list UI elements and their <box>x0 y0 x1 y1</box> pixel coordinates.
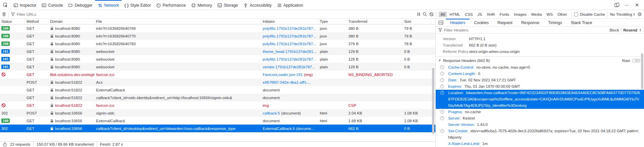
table-row[interactable]: 200GETlocalhost:8080info?t=1635826640769… <box>0 24 435 32</box>
help-icon[interactable]: ? <box>440 116 444 120</box>
column-header-status[interactable]: Status <box>0 19 25 24</box>
header-entry[interactable]: Server-Version: 1.43.0 <box>436 122 644 128</box>
block-requests-icon[interactable] <box>429 12 434 16</box>
help-icon[interactable]: ? <box>440 110 444 114</box>
close-devtools-button[interactable]: ✕ <box>633 1 641 9</box>
initiator-link[interactable]: callback:5 <box>263 111 280 115</box>
header-entry[interactable]: ?Cache-Control: no-store, no-cache, max-… <box>436 64 644 71</box>
table-row[interactable]: 101GETlocalhost:8080websocketpolyfills.1… <box>0 55 435 63</box>
filter-pill-images[interactable]: Images <box>512 12 529 17</box>
header-entry[interactable]: ?Location: bitwarden://sso-callback?code… <box>436 90 644 109</box>
header-entry[interactable]: ?Set-Cookie: idsrv=adf6cba1-7075-402b-9e… <box>436 128 644 141</box>
table-row[interactable]: 302GETlocalhost:33656callback?client_id=… <box>0 125 435 132</box>
filter-headers-input[interactable]: Filter Headers <box>444 28 607 32</box>
details-tab-stack-trace[interactable]: Stack Trace <box>566 19 596 26</box>
column-header-domain[interactable]: Domain <box>49 19 95 24</box>
table-row[interactable]: 200GETlocalhost:8080info?t=1635826640770… <box>0 32 435 40</box>
initiator-link[interactable]: polyfills.1791b137de281b787... <box>263 57 316 61</box>
filter-pill-css[interactable]: CSS <box>463 12 475 17</box>
table-row[interactable]: 200GETlocalhost:8080info?t=1635826640783… <box>0 40 435 48</box>
table-row[interactable]: GETlocalhost:51822callback?client_id=oid… <box>0 94 435 101</box>
column-header-size[interactable]: Size <box>403 19 431 24</box>
table-row[interactable]: 200GETlocalhost:33656ExternalCallbackdoc… <box>0 117 435 125</box>
help-icon[interactable]: ? <box>440 91 444 95</box>
table-row[interactable]: GETlocalhost:51822ExternalCallbackdocume… <box>0 86 435 94</box>
initiator-link[interactable]: polyfills.1791b137de281b787... <box>263 34 316 38</box>
tab-performance[interactable]: Performance <box>154 0 188 10</box>
filter-pill-html[interactable]: HTML <box>447 12 462 17</box>
initiator-link[interactable]: polyfills.1791b137de281b787... <box>263 42 316 46</box>
tab-accessibility[interactable]: Accessibility <box>241 0 274 10</box>
tab-application[interactable]: Application <box>274 0 306 10</box>
initiator-link[interactable]: FaviconLoader.jsm:191 <box>263 73 303 77</box>
table-row[interactable]: GETlocalhost:51822favicon.icoimgCSP <box>0 101 435 109</box>
table-row[interactable]: 101GETlocalhost:8080websocketvendor.1791… <box>0 63 435 71</box>
tab-style-editor[interactable]: { }Style Editor <box>122 0 154 10</box>
details-tab-response[interactable]: Response <box>517 19 544 26</box>
help-icon[interactable]: ? <box>440 129 444 133</box>
header-entry[interactable]: ?Date: Tue, 02 Nov 2021 04:17:21 GMT <box>436 77 644 83</box>
header-name: Date: <box>448 78 458 82</box>
resend-dropdown-arrows-icon[interactable]: ▲▼ <box>639 28 641 32</box>
collapse-sidebar-button[interactable] <box>436 19 446 26</box>
filter-pill-media[interactable]: Media <box>529 12 544 17</box>
details-tab-timings[interactable]: Timings <box>544 19 566 26</box>
tab-storage[interactable]: Storage <box>215 0 241 10</box>
details-tab-cookies[interactable]: Cookies <box>470 19 493 26</box>
tab-memory[interactable]: Memory <box>188 0 215 10</box>
header-entry[interactable]: ?Content-Length: 0 <box>436 71 644 77</box>
filter-urls-input[interactable]: Filter URLs <box>11 12 415 16</box>
filter-pill-xhr[interactable]: XHR <box>485 12 497 17</box>
header-entry[interactable]: ?Expires: Thu, 01 Jan 1970 00:00:00 GMT <box>436 83 644 90</box>
tab-inspector[interactable]: Inspector <box>11 0 39 10</box>
column-header-initiator[interactable]: Initiator <box>261 19 318 24</box>
meatball-menu-button[interactable]: ⋯ <box>622 1 631 9</box>
initiator-link[interactable]: vendor.1791b137de281b787... <box>263 65 315 69</box>
tab-console[interactable]: Console <box>39 0 66 10</box>
initiator-link[interactable]: e957f897-042e-4ba1-aff1-... <box>263 80 311 84</box>
performance-analysis-icon[interactable] <box>3 142 7 147</box>
column-header-type[interactable]: Type <box>318 19 347 24</box>
table-row[interactable]: 101GETlocalhost:8080websockettheme_head.… <box>0 48 435 55</box>
node-picker-button[interactable] <box>0 0 11 10</box>
table-row[interactable]: GET8bit-solutions-dev.onelogin...favicon… <box>0 71 435 78</box>
details-tab-request[interactable]: Request <box>493 19 517 26</box>
filter-pill-other[interactable]: Other <box>555 12 569 17</box>
help-icon[interactable]: ? <box>440 84 444 88</box>
help-icon[interactable]: ? <box>440 65 444 69</box>
filter-pill-fonts[interactable]: Fonts <box>498 12 511 17</box>
column-header-method[interactable]: Method <box>25 19 49 24</box>
column-header-file[interactable]: File <box>95 19 261 24</box>
header-entry[interactable]: ?Server: Kestrel <box>436 115 644 122</box>
filter-pill-js[interactable]: JS <box>475 12 484 17</box>
initiator-link[interactable]: theme_head.1791b137de281... <box>263 50 316 54</box>
details-tab-headers[interactable]: Headers <box>446 19 470 26</box>
block-button[interactable]: Block <box>609 28 619 32</box>
table-row[interactable]: 302POSTlocalhost:33656signin-oidccallbac… <box>0 109 435 117</box>
tab-network[interactable]: Network <box>95 0 122 10</box>
help-icon[interactable]: ? <box>440 72 444 76</box>
pause-recording-icon[interactable] <box>417 12 420 16</box>
details-scrollbar[interactable] <box>641 53 643 89</box>
clear-requests-icon[interactable] <box>2 12 6 16</box>
raw-toggle[interactable] <box>632 59 641 63</box>
header-entry[interactable]: X-Rate-Limit-Limit: 1m <box>436 141 644 147</box>
search-icon[interactable] <box>423 12 427 16</box>
tab-debugger[interactable]: Debugger <box>66 0 95 10</box>
filter-pill-ws[interactable]: WS <box>545 12 555 17</box>
table-row[interactable]: POSTlocalhost:51822Acse957f897-042e-4ba1… <box>0 78 435 86</box>
header-entry[interactable]: ?Pragma: no-cache <box>436 109 644 115</box>
request-list-scrollbar[interactable] <box>432 68 434 134</box>
help-icon[interactable]: ? <box>440 78 444 82</box>
cell-size: 1.08 KB <box>403 109 431 117</box>
resend-button[interactable]: Resend <box>624 28 638 32</box>
filter-pill-all[interactable]: All <box>439 12 447 17</box>
method-text: GET <box>27 50 35 54</box>
network-settings-gear-icon[interactable]: ⚙ <box>638 11 642 17</box>
column-header-transferred[interactable]: Transferred <box>347 19 403 24</box>
initiator-link[interactable]: polyfills.1791b137de281b787... <box>263 26 316 30</box>
response-headers-section-header[interactable]: ▼ Response Headers (662 B) Raw <box>436 56 644 64</box>
disable-cache-checkbox[interactable]: Disable Cache <box>574 12 605 16</box>
responsive-design-mode-button[interactable] <box>612 1 621 9</box>
throttling-dropdown[interactable]: No Throttling ▲▼ <box>610 12 635 16</box>
